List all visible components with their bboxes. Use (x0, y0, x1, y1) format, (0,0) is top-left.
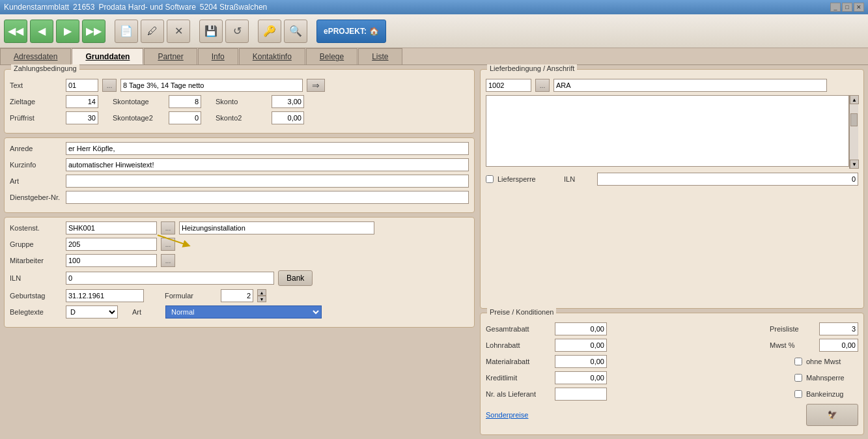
lieferbedingung-code-row: ... (486, 79, 858, 92)
dienstgeber-label: Dienstgeber-Nr. (10, 193, 62, 201)
zieltage-input[interactable] (66, 95, 98, 108)
iln-label: ILN (10, 274, 62, 282)
skontotage2-input[interactable] (169, 111, 201, 124)
bankeinzug-checkbox[interactable] (794, 390, 802, 398)
nav-prev-button[interactable]: ◀ (30, 20, 53, 43)
formular-input[interactable] (221, 289, 253, 302)
nav-first-button[interactable]: ◀◀ (4, 20, 27, 43)
materialrabatt-label: Materialrabatt (486, 358, 551, 365)
lieferanschrift-textarea[interactable] (486, 95, 849, 167)
mitarbeiter-row: Mitarbeiter ... (10, 254, 469, 267)
mwst-label: Mwst % (770, 341, 815, 349)
new-button[interactable]: 📄 (115, 20, 138, 43)
mwst-input[interactable] (819, 339, 858, 352)
scroll-up-button[interactable]: ▲ (850, 95, 859, 104)
lohnrabatt-input[interactable] (555, 339, 607, 352)
preise-panel: Preise / Konditionen Gesamtrabatt Preisl… (480, 313, 864, 435)
tab-kontaktinfo[interactable]: Kontaktinfo (239, 48, 305, 64)
formular-label: Formular (165, 292, 217, 300)
kostenst-browse-button[interactable]: ... (161, 221, 175, 234)
anrede-input[interactable] (66, 142, 469, 155)
anrede-row: Anrede (10, 142, 469, 155)
lieferbedingung-code-input[interactable] (486, 79, 531, 92)
belegtexte-select[interactable]: D (66, 305, 118, 319)
tab-liste[interactable]: Liste (358, 48, 402, 64)
lieferanschrift-scrollbar[interactable]: ▲ ▼ (849, 95, 858, 169)
nav-last-button[interactable]: ▶▶ (82, 20, 105, 43)
kostenst-input[interactable] (66, 221, 157, 234)
formular-down-button[interactable]: ▼ (257, 296, 266, 302)
text-browse-button[interactable]: ... (102, 79, 117, 92)
key-button[interactable]: 🔑 (258, 20, 281, 43)
text-value-input[interactable] (120, 79, 303, 92)
nr-lieferant-input[interactable] (555, 388, 607, 401)
main-content: Zahlungsbedingung Text ... ⇒ Zieltage Sk… (0, 65, 868, 439)
tab-belege[interactable]: Belege (306, 48, 357, 64)
skontotage-input[interactable] (169, 95, 201, 108)
belegtexte-label: Belegtexte (10, 308, 62, 316)
tab-partner[interactable]: Partner (144, 48, 197, 64)
art-dropdown[interactable]: Normal (165, 305, 322, 319)
close-button[interactable]: ✕ (854, 3, 864, 12)
mitarbeiter-browse-button[interactable]: ... (161, 254, 175, 267)
prufffrist-input[interactable] (66, 111, 98, 124)
sonderpreise-link[interactable]: Sonderpreise (486, 411, 528, 419)
tab-info[interactable]: Info (198, 48, 238, 64)
materialrabatt-row: Materialrabatt ohne Mwst (486, 355, 858, 368)
emblem-button[interactable]: 🦅 (806, 404, 858, 426)
kurzinfo-input[interactable] (66, 158, 469, 171)
skonto2-input[interactable] (272, 111, 304, 124)
customer-id: 21653 (73, 3, 94, 12)
dienstgeber-input[interactable] (66, 191, 469, 204)
edit-button[interactable]: 🖊 (141, 20, 164, 43)
geburtstag-input[interactable] (66, 289, 144, 302)
text-code-input[interactable] (66, 79, 98, 92)
skonto2-label: Skonto2 (216, 114, 268, 122)
kreditlimit-label: Kreditlimit (486, 374, 551, 382)
title-bar: Kundenstammblatt 21653 Prodata Hard- und… (0, 0, 868, 14)
lieferbedingung-name-input[interactable] (553, 79, 827, 92)
lieferbedingung-panel: Lieferbedingung / Anschrift ... ▲ ▼ Lief… (480, 69, 864, 309)
save-button[interactable]: 💾 (199, 20, 223, 43)
kreditlimit-input[interactable] (555, 371, 607, 384)
preisliste-label: Preisliste (770, 325, 815, 333)
minimize-button[interactable]: _ (830, 3, 841, 12)
gruppe-input[interactable] (66, 238, 157, 251)
tab-grunddaten[interactable]: Grunddaten (72, 48, 143, 64)
lieferbedingung-browse-button[interactable]: ... (535, 79, 550, 92)
gruppe-browse-button[interactable]: ... (161, 238, 175, 251)
text-action-button[interactable]: ⇒ (307, 79, 325, 92)
search-button[interactable]: 🔍 (284, 20, 307, 43)
skonto-input[interactable] (272, 95, 304, 108)
art-input[interactable] (66, 175, 469, 188)
kostenst-name-input[interactable] (179, 221, 374, 234)
maximize-button[interactable]: □ (842, 3, 852, 12)
bank-button[interactable]: Bank (278, 270, 313, 286)
undo-button[interactable]: ↺ (225, 20, 249, 43)
scroll-thumb[interactable] (850, 113, 858, 126)
kurzinfo-row: Kurzinfo (10, 158, 469, 171)
mitarbeiter-input[interactable] (66, 254, 157, 267)
tab-adressdaten[interactable]: Adressdaten (0, 48, 71, 64)
scroll-down-button[interactable]: ▼ (850, 160, 859, 169)
anrede-panel: Anrede Kurzinfo Art Dienstgeber-Nr. (4, 137, 475, 213)
lieferung-iln-input[interactable] (597, 173, 858, 186)
iln-input[interactable] (66, 272, 274, 285)
liefersperre-checkbox[interactable] (486, 175, 494, 183)
nav-next-button[interactable]: ▶ (56, 20, 79, 43)
kostenst-row: Kostenst. ... (10, 221, 469, 234)
delete-button[interactable]: ✕ (167, 20, 190, 43)
nr-lieferant-row: Nr. als Lieferant Bankeinzug (486, 388, 858, 401)
formular-spinner[interactable]: ▲ ▼ (257, 289, 266, 302)
gesamtrabatt-input[interactable] (555, 322, 607, 335)
materialrabatt-input[interactable] (555, 355, 607, 368)
mahnsperre-checkbox[interactable] (794, 374, 802, 382)
formular-up-button[interactable]: ▲ (257, 289, 266, 296)
gesamtrabatt-row: Gesamtrabatt Preisliste (486, 322, 858, 335)
ohne-mwst-checkbox[interactable] (794, 358, 802, 365)
preisliste-input[interactable] (819, 322, 858, 335)
projekt-label: ePROJEKT: (324, 27, 367, 36)
projekt-button[interactable]: ePROJEKT: 🏠 (316, 20, 386, 43)
geburtstag-row: Geburtstag Formular ▲ ▼ (10, 289, 469, 302)
anrede-label: Anrede (10, 145, 62, 152)
